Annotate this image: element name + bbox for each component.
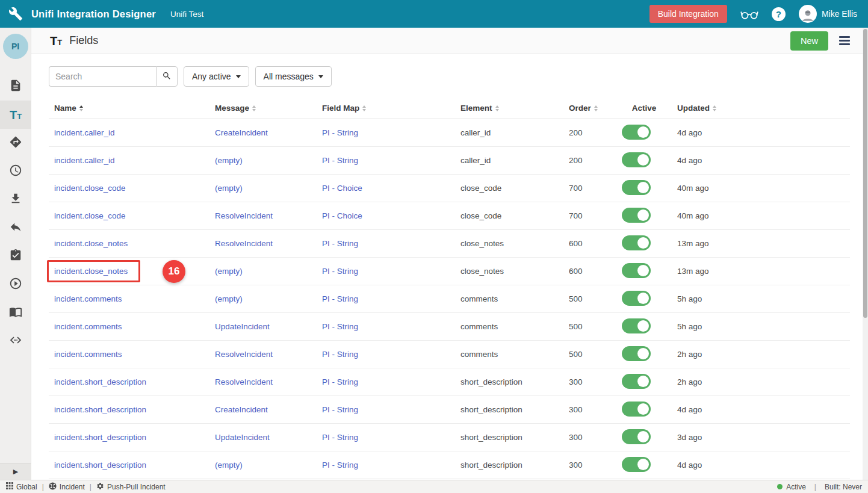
message-link[interactable]: ResolveIncident: [215, 350, 273, 359]
field-map-link[interactable]: PI - String: [322, 267, 358, 276]
message-link[interactable]: (empty): [215, 294, 243, 303]
wrench-icon[interactable]: [0, 7, 31, 21]
element-value: comments: [455, 322, 563, 331]
sidebar-item-undo[interactable]: [0, 214, 31, 242]
sidebar-item-code[interactable]: [0, 327, 31, 355]
sidebar-item-download[interactable]: [0, 185, 31, 214]
active-toggle[interactable]: [622, 235, 651, 250]
search-input[interactable]: [49, 66, 156, 87]
field-map-link[interactable]: PI - Choice: [322, 184, 362, 193]
sidebar-item-fields[interactable]: TT: [0, 101, 31, 129]
field-name-link[interactable]: incident.short_description: [54, 460, 146, 470]
message-link[interactable]: (empty): [215, 267, 243, 276]
status-bar: Global|Incident|Push-Pull Incident Activ…: [0, 480, 868, 493]
column-header-updated[interactable]: Updated: [672, 104, 850, 113]
message-link[interactable]: ResolveIncident: [215, 211, 273, 220]
active-toggle[interactable]: [622, 457, 651, 472]
field-map-link[interactable]: PI - String: [322, 460, 358, 470]
message-link[interactable]: (empty): [215, 460, 243, 470]
field-name-link[interactable]: incident.short_description: [54, 433, 146, 442]
active-toggle[interactable]: [622, 374, 651, 389]
field-name-link[interactable]: incident.caller_id: [54, 128, 115, 137]
field-name-link[interactable]: incident.close_code: [54, 211, 126, 220]
active-toggle[interactable]: [622, 125, 651, 140]
message-link[interactable]: ResolveIncident: [215, 377, 273, 386]
context-item-incident[interactable]: Incident: [49, 482, 85, 492]
field-name-link[interactable]: incident.comments: [54, 350, 122, 359]
environment-name[interactable]: Unifi Test: [170, 10, 203, 19]
message-link[interactable]: UpdateIncident: [215, 322, 270, 331]
field-map-link[interactable]: PI - String: [322, 322, 358, 331]
field-name-link[interactable]: incident.caller_id: [54, 156, 115, 165]
field-map-link[interactable]: PI - String: [322, 433, 358, 442]
active-toggle[interactable]: [622, 429, 651, 444]
table-row: incident.caller_id(empty)PI - Stringcall…: [49, 147, 850, 175]
field-map-link[interactable]: PI - String: [322, 405, 358, 414]
column-header-name[interactable]: Name: [49, 104, 209, 113]
sidebar-item-history[interactable]: [0, 157, 31, 185]
context-item-push-pull-incident[interactable]: Push-Pull Incident: [96, 482, 166, 492]
message-link[interactable]: (empty): [215, 156, 243, 165]
help-icon[interactable]: ?: [772, 7, 786, 21]
active-toggle[interactable]: [622, 291, 651, 306]
active-toggle[interactable]: [622, 402, 651, 417]
field-map-link[interactable]: PI - String: [322, 294, 358, 303]
scrollbar-thumb[interactable]: [863, 29, 867, 318]
order-value: 200: [563, 128, 616, 137]
vertical-scrollbar[interactable]: [863, 28, 868, 480]
column-header-element[interactable]: Element: [455, 104, 563, 113]
glasses-icon[interactable]: [740, 8, 758, 20]
active-toggle[interactable]: [622, 180, 651, 195]
active-toggle[interactable]: [622, 263, 651, 278]
field-map-link[interactable]: PI - String: [322, 350, 358, 359]
field-map-link[interactable]: PI - String: [322, 156, 358, 165]
updated-value: 40m ago: [672, 211, 850, 220]
message-link[interactable]: UpdateIncident: [215, 433, 270, 442]
integration-avatar[interactable]: PI: [3, 34, 28, 59]
field-name-link[interactable]: incident.close_code: [54, 184, 126, 193]
sidebar-expand-button[interactable]: ▶: [0, 463, 31, 480]
field-name-link[interactable]: incident.comments: [54, 294, 122, 303]
updated-value: 5h ago: [672, 294, 850, 303]
message-link[interactable]: CreateIncident: [215, 405, 268, 414]
active-toggle[interactable]: [622, 208, 651, 223]
field-name-link[interactable]: incident.close_notes: [54, 239, 128, 248]
sidebar-item-directions[interactable]: [0, 129, 31, 157]
sidebar-item-book[interactable]: [0, 299, 31, 327]
build-integration-button[interactable]: Build Integration: [649, 5, 727, 23]
context-item-global[interactable]: Global: [6, 482, 37, 491]
sidebar-item-document[interactable]: [0, 72, 31, 101]
element-value: short_description: [455, 433, 563, 442]
updated-value: 4d ago: [672, 128, 850, 137]
field-name-link[interactable]: incident.close_notes: [54, 267, 128, 276]
column-header-message[interactable]: Message: [209, 104, 317, 113]
active-toggle[interactable]: [622, 152, 651, 167]
table-row: incident.short_description(empty)PI - St…: [49, 451, 850, 479]
active-toggle[interactable]: [622, 346, 651, 361]
field-name-link[interactable]: incident.comments: [54, 322, 122, 331]
user-menu[interactable]: Mike Ellis: [799, 5, 857, 23]
message-link[interactable]: CreateIncident: [215, 128, 268, 137]
sidebar-item-tasks[interactable]: [0, 242, 31, 270]
field-name-link[interactable]: incident.short_description: [54, 377, 146, 386]
message-link[interactable]: ResolveIncident: [215, 239, 273, 248]
active-toggle[interactable]: [622, 318, 651, 333]
search-button[interactable]: [156, 66, 178, 87]
message-link[interactable]: (empty): [215, 184, 243, 193]
new-button[interactable]: New: [790, 31, 828, 51]
field-map-link[interactable]: PI - Choice: [322, 211, 362, 220]
order-value: 200: [563, 156, 616, 165]
element-value: short_description: [455, 377, 563, 386]
active-filter-dropdown[interactable]: Any active: [184, 66, 249, 87]
updated-value: 2h ago: [672, 377, 850, 386]
column-header-order[interactable]: Order: [563, 104, 616, 113]
field-map-link[interactable]: PI - String: [322, 377, 358, 386]
field-map-link[interactable]: PI - String: [322, 128, 358, 137]
field-name-link[interactable]: incident.short_description: [54, 405, 146, 414]
field-map-link[interactable]: PI - String: [322, 239, 358, 248]
sidebar-item-play[interactable]: [0, 270, 31, 299]
menu-icon[interactable]: [839, 36, 855, 45]
column-header-fieldmap[interactable]: Field Map: [317, 104, 455, 113]
messages-filter-dropdown[interactable]: All messages: [255, 66, 332, 87]
code-icon: [9, 333, 22, 349]
